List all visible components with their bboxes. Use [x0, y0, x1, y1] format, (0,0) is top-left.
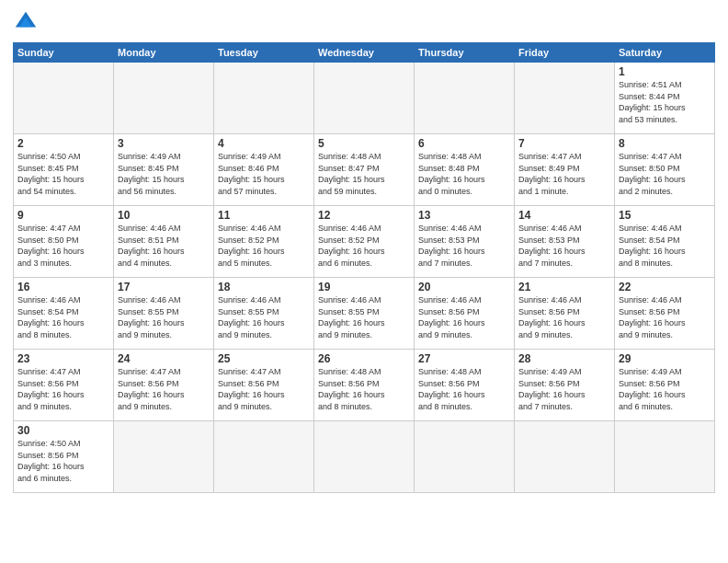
calendar-day: 12Sunrise: 4:46 AM Sunset: 8:52 PM Dayli… — [314, 206, 415, 278]
logo-icon — [13, 9, 39, 35]
day-number: 9 — [17, 209, 109, 222]
calendar-day — [515, 63, 615, 134]
calendar-day: 27Sunrise: 4:48 AM Sunset: 8:56 PM Dayli… — [415, 350, 515, 421]
calendar-day: 1Sunrise: 4:51 AM Sunset: 8:44 PM Daylig… — [615, 63, 715, 134]
day-info: Sunrise: 4:46 AM Sunset: 8:55 PM Dayligh… — [218, 294, 310, 340]
calendar-day: 14Sunrise: 4:46 AM Sunset: 8:53 PM Dayli… — [515, 206, 615, 278]
calendar-day — [314, 421, 415, 493]
day-info: Sunrise: 4:46 AM Sunset: 8:53 PM Dayligh… — [418, 223, 510, 269]
calendar-day: 21Sunrise: 4:46 AM Sunset: 8:56 PM Dayli… — [515, 278, 615, 350]
calendar-body: 1Sunrise: 4:51 AM Sunset: 8:44 PM Daylig… — [14, 63, 715, 493]
calendar-day: 6Sunrise: 4:48 AM Sunset: 8:48 PM Daylig… — [415, 134, 515, 206]
day-info: Sunrise: 4:47 AM Sunset: 8:56 PM Dayligh… — [17, 366, 109, 412]
day-info: Sunrise: 4:46 AM Sunset: 8:55 PM Dayligh… — [118, 294, 210, 340]
day-info: Sunrise: 4:46 AM Sunset: 8:55 PM Dayligh… — [318, 294, 410, 340]
day-info: Sunrise: 4:46 AM Sunset: 8:56 PM Dayligh… — [518, 294, 610, 340]
header — [13, 9, 715, 35]
day-info: Sunrise: 4:49 AM Sunset: 8:46 PM Dayligh… — [218, 151, 310, 197]
weekday-header: Sunday — [14, 43, 114, 63]
calendar-day — [415, 421, 515, 493]
day-number: 27 — [418, 352, 510, 365]
calendar-day: 9Sunrise: 4:47 AM Sunset: 8:50 PM Daylig… — [14, 206, 114, 278]
day-info: Sunrise: 4:46 AM Sunset: 8:56 PM Dayligh… — [418, 294, 510, 340]
calendar-day: 30Sunrise: 4:50 AM Sunset: 8:56 PM Dayli… — [14, 421, 114, 493]
calendar-day: 16Sunrise: 4:46 AM Sunset: 8:54 PM Dayli… — [14, 278, 114, 350]
day-info: Sunrise: 4:46 AM Sunset: 8:52 PM Dayligh… — [218, 223, 310, 269]
calendar-week-row: 2Sunrise: 4:50 AM Sunset: 8:45 PM Daylig… — [14, 134, 715, 206]
calendar-day — [214, 63, 314, 134]
calendar-week-row: 16Sunrise: 4:46 AM Sunset: 8:54 PM Dayli… — [14, 278, 715, 350]
page: SundayMondayTuesdayWednesdayThursdayFrid… — [0, 0, 728, 502]
weekday-header: Thursday — [415, 43, 515, 63]
day-info: Sunrise: 4:50 AM Sunset: 8:56 PM Dayligh… — [17, 438, 109, 484]
calendar-day: 5Sunrise: 4:48 AM Sunset: 8:47 PM Daylig… — [314, 134, 415, 206]
day-number: 2 — [17, 137, 109, 150]
day-info: Sunrise: 4:49 AM Sunset: 8:56 PM Dayligh… — [619, 366, 711, 412]
calendar-day: 17Sunrise: 4:46 AM Sunset: 8:55 PM Dayli… — [114, 278, 214, 350]
calendar-day: 15Sunrise: 4:46 AM Sunset: 8:54 PM Dayli… — [615, 206, 715, 278]
logo — [13, 9, 42, 35]
day-number: 29 — [619, 352, 711, 365]
calendar-day — [114, 421, 214, 493]
day-info: Sunrise: 4:46 AM Sunset: 8:54 PM Dayligh… — [17, 294, 109, 340]
calendar-day: 11Sunrise: 4:46 AM Sunset: 8:52 PM Dayli… — [214, 206, 314, 278]
day-number: 1 — [619, 65, 711, 78]
weekday-header: Saturday — [615, 43, 715, 63]
calendar-day: 7Sunrise: 4:47 AM Sunset: 8:49 PM Daylig… — [515, 134, 615, 206]
day-number: 26 — [318, 352, 410, 365]
day-info: Sunrise: 4:46 AM Sunset: 8:53 PM Dayligh… — [518, 223, 610, 269]
day-number: 13 — [418, 209, 510, 222]
day-number: 17 — [118, 281, 210, 293]
calendar-week-row: 9Sunrise: 4:47 AM Sunset: 8:50 PM Daylig… — [14, 206, 715, 278]
day-number: 10 — [118, 209, 210, 222]
calendar-day — [615, 421, 715, 493]
calendar-day — [314, 63, 415, 134]
calendar-day: 24Sunrise: 4:47 AM Sunset: 8:56 PM Dayli… — [114, 350, 214, 421]
day-info: Sunrise: 4:47 AM Sunset: 8:49 PM Dayligh… — [518, 151, 610, 197]
calendar-day: 29Sunrise: 4:49 AM Sunset: 8:56 PM Dayli… — [615, 350, 715, 421]
calendar-day — [515, 421, 615, 493]
day-number: 14 — [518, 209, 610, 222]
day-info: Sunrise: 4:46 AM Sunset: 8:56 PM Dayligh… — [619, 294, 711, 340]
calendar-day: 2Sunrise: 4:50 AM Sunset: 8:45 PM Daylig… — [14, 134, 114, 206]
day-number: 16 — [17, 281, 109, 293]
day-info: Sunrise: 4:48 AM Sunset: 8:47 PM Dayligh… — [318, 151, 410, 197]
calendar-day: 28Sunrise: 4:49 AM Sunset: 8:56 PM Dayli… — [515, 350, 615, 421]
calendar-day — [214, 421, 314, 493]
calendar-day: 10Sunrise: 4:46 AM Sunset: 8:51 PM Dayli… — [114, 206, 214, 278]
day-number: 12 — [318, 209, 410, 222]
day-info: Sunrise: 4:49 AM Sunset: 8:45 PM Dayligh… — [118, 151, 210, 197]
day-info: Sunrise: 4:46 AM Sunset: 8:54 PM Dayligh… — [619, 223, 711, 269]
day-number: 11 — [218, 209, 310, 222]
day-number: 19 — [318, 281, 410, 293]
day-info: Sunrise: 4:46 AM Sunset: 8:51 PM Dayligh… — [118, 223, 210, 269]
weekday-header: Monday — [114, 43, 214, 63]
calendar-week-row: 23Sunrise: 4:47 AM Sunset: 8:56 PM Dayli… — [14, 350, 715, 421]
calendar-day: 4Sunrise: 4:49 AM Sunset: 8:46 PM Daylig… — [214, 134, 314, 206]
calendar-day: 3Sunrise: 4:49 AM Sunset: 8:45 PM Daylig… — [114, 134, 214, 206]
day-number: 8 — [619, 137, 711, 150]
day-number: 20 — [418, 281, 510, 293]
day-info: Sunrise: 4:48 AM Sunset: 8:48 PM Dayligh… — [418, 151, 510, 197]
calendar-day: 26Sunrise: 4:48 AM Sunset: 8:56 PM Dayli… — [314, 350, 415, 421]
day-number: 4 — [218, 137, 310, 150]
day-number: 15 — [619, 209, 711, 222]
calendar-day: 20Sunrise: 4:46 AM Sunset: 8:56 PM Dayli… — [415, 278, 515, 350]
weekday-header: Wednesday — [314, 43, 415, 63]
calendar-week-row: 30Sunrise: 4:50 AM Sunset: 8:56 PM Dayli… — [14, 421, 715, 493]
calendar-day — [415, 63, 515, 134]
day-number: 23 — [17, 352, 109, 365]
day-number: 6 — [418, 137, 510, 150]
day-number: 5 — [318, 137, 410, 150]
day-info: Sunrise: 4:48 AM Sunset: 8:56 PM Dayligh… — [318, 366, 410, 412]
day-info: Sunrise: 4:51 AM Sunset: 8:44 PM Dayligh… — [619, 79, 711, 125]
day-number: 21 — [518, 281, 610, 293]
calendar-day — [114, 63, 214, 134]
calendar-day — [14, 63, 114, 134]
day-info: Sunrise: 4:48 AM Sunset: 8:56 PM Dayligh… — [418, 366, 510, 412]
day-number: 18 — [218, 281, 310, 293]
day-number: 3 — [118, 137, 210, 150]
day-info: Sunrise: 4:49 AM Sunset: 8:56 PM Dayligh… — [518, 366, 610, 412]
calendar-day: 18Sunrise: 4:46 AM Sunset: 8:55 PM Dayli… — [214, 278, 314, 350]
calendar-day: 8Sunrise: 4:47 AM Sunset: 8:50 PM Daylig… — [615, 134, 715, 206]
